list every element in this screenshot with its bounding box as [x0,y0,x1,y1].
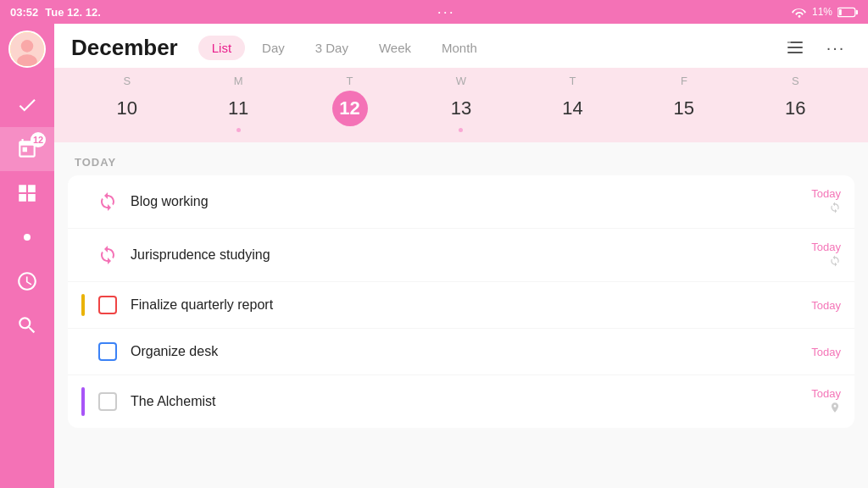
more-options-button[interactable]: ··· [821,32,851,63]
task-meta: Today [811,187,841,216]
search-icon [16,314,38,336]
task-meta: Today [811,387,841,416]
tab-week[interactable]: Week [365,36,425,60]
recurring-icon[interactable] [97,191,119,213]
sidebar-item-calendar[interactable]: 12 [0,127,54,171]
status-left: 03:52 Tue 12. 12. [10,6,101,19]
task-list: Blog workingTodayJurisprudence studyingT… [68,175,854,428]
week-strip: SMTWTFS 10111213141516 [54,68,868,142]
task-date: Today [811,299,841,312]
tab-month[interactable]: Month [428,36,491,60]
task-name: The Alchemist [131,394,811,409]
task-date: Today [811,387,841,400]
sidebar-item-search[interactable] [0,303,54,347]
week-day-cell[interactable]: 12 [294,91,405,132]
battery-percent: 11% [812,6,832,18]
task-name: Organize desk [131,344,811,359]
task-color-bar [81,294,85,316]
task-container: TODAY Blog workingTodayJurisprudence stu… [54,142,868,488]
list-view-button[interactable] [780,32,810,63]
section-header: TODAY [54,142,868,175]
svg-point-4 [21,40,34,53]
sidebar-item-dot[interactable] [0,215,54,259]
sidebar-item-check[interactable] [0,83,54,127]
task-item[interactable]: Jurisprudence studyingToday [68,229,854,282]
task-meta: Today [811,299,841,312]
dot-icon [24,234,31,241]
task-item[interactable]: The AlchemistToday [68,375,854,428]
week-day-num: 16 [777,91,813,126]
sidebar-item-clock[interactable] [0,259,54,303]
week-day-num: 13 [443,91,479,126]
avatar[interactable] [8,30,46,68]
week-day-cell[interactable]: 14 [517,91,628,132]
week-day-num: 11 [220,91,256,126]
repeat-sub-icon [829,255,841,269]
avatar-image [10,30,44,68]
task-item[interactable]: Blog workingToday [68,175,854,229]
task-date: Today [811,241,841,253]
week-day-today: 12 [332,91,368,126]
week-day-num: 14 [554,91,590,126]
location-sub-icon [829,402,841,416]
week-day-num: 10 [109,91,145,126]
week-day-dot [236,128,241,132]
task-meta: Today [811,241,841,269]
sidebar-item-grid[interactable] [0,171,54,215]
main-content: December List Day 3 Day Week Month ··· [54,0,868,488]
status-center: ··· [437,3,455,21]
checkbox-blue[interactable] [98,342,117,361]
task-name: Jurisprudence studying [131,247,811,263]
task-name: Finalize quarterly report [131,297,811,313]
checkbox-red[interactable] [98,296,117,314]
week-day-label: F [628,75,739,91]
status-right: 11% [792,6,858,18]
checkbox-gray-icon[interactable] [97,391,119,413]
tab-day[interactable]: Day [248,36,298,60]
week-day-label: T [294,75,405,91]
sidebar: 12 [0,0,54,488]
checkbox-blue-icon[interactable] [97,341,119,363]
status-time: 03:52 [10,6,38,19]
week-day-label: M [182,75,293,91]
week-day-label: S [71,75,182,91]
more-options-icon: ··· [826,38,846,58]
task-meta: Today [811,346,841,358]
status-date: Tue 12. 12. [45,6,101,19]
week-day-label: S [740,75,851,91]
status-bar: 03:52 Tue 12. 12. ··· 11% [0,0,868,24]
tab-3day[interactable]: 3 Day [302,36,362,60]
header: December List Day 3 Day Week Month ··· [54,24,868,68]
header-actions: ··· [780,32,851,63]
tab-list[interactable]: List [198,36,245,60]
battery-icon [837,7,858,18]
svg-rect-8 [787,52,803,53]
week-day-label: W [405,75,516,91]
svg-rect-9 [787,42,791,43]
page-title: December [71,35,178,61]
more-dots: ··· [437,3,455,21]
task-date: Today [811,187,841,200]
checkbox-red-icon[interactable] [97,294,119,316]
clock-icon [16,270,38,292]
svg-point-5 [17,54,37,68]
checkbox-gray[interactable] [98,392,117,411]
repeat-sub-icon [829,202,841,216]
recurring-icon[interactable] [97,244,119,266]
week-day-cell[interactable]: 16 [740,91,851,132]
calendar-badge: 12 [31,132,46,147]
svg-rect-2 [839,8,842,14]
week-day-cell[interactable]: 11 [182,91,293,132]
week-day-cell[interactable]: 15 [628,91,739,132]
svg-rect-1 [856,9,858,14]
check-icon [16,94,38,116]
week-day-cell[interactable]: 13 [405,91,516,132]
week-day-cell[interactable]: 10 [71,91,182,132]
task-name: Blog working [131,194,811,209]
task-item[interactable]: Organize deskToday [68,329,854,375]
week-day-dot [459,128,463,132]
list-view-icon [785,37,805,58]
week-days-nums: 10111213141516 [71,91,851,132]
task-date: Today [811,346,841,358]
task-item[interactable]: Finalize quarterly reportToday [68,282,854,329]
